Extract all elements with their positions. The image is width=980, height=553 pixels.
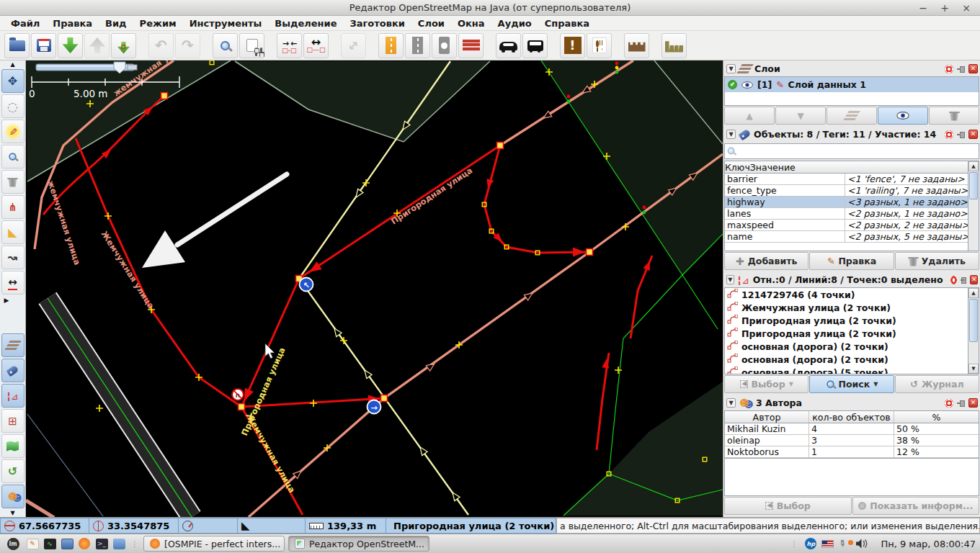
close-icon[interactable]: ✕ (968, 64, 978, 73)
help-icon[interactable] (945, 130, 953, 139)
preferences-button[interactable] (239, 33, 264, 58)
maximize-button[interactable]: + (940, 2, 950, 14)
keyboard-layout-flag-icon[interactable] (821, 540, 834, 548)
tag-search-input[interactable] (724, 143, 979, 159)
split-way-button[interactable] (303, 33, 329, 58)
selection-search-button[interactable]: Поиск▼ (809, 375, 894, 393)
undo-button[interactable] (148, 33, 174, 58)
selection-history-button[interactable]: Журнал (895, 375, 979, 393)
author-row[interactable]: oleinap338 % (725, 435, 979, 446)
menu-Правка[interactable]: Правка (46, 17, 99, 30)
tags-scrollbar[interactable]: ▲ (968, 161, 979, 251)
pen-icon[interactable]: ✎ (837, 537, 849, 549)
minimize-button[interactable]: − (918, 2, 928, 14)
scroll-down-icon[interactable]: ▼ (968, 364, 979, 374)
dlg-map-button[interactable] (1, 434, 24, 458)
eye-icon[interactable] (741, 81, 753, 89)
volume-icon[interactable] (856, 539, 868, 549)
layer-visibility-button[interactable] (878, 107, 928, 125)
collapse-icon[interactable]: ▼ (726, 398, 736, 408)
layer-merge-button[interactable] (827, 107, 877, 125)
no-uturn-sign[interactable]: ∩ (232, 389, 244, 400)
help-icon[interactable] (945, 65, 953, 73)
scroll-up-icon[interactable]: ▲ (968, 288, 979, 298)
restaurant-button[interactable] (587, 33, 612, 58)
column-header[interactable]: Автор (725, 411, 809, 423)
road-primary-button[interactable] (378, 33, 404, 58)
close-icon[interactable]: ✕ (968, 398, 978, 408)
selection-item[interactable]: Жемчужная улица (2 точки) (725, 301, 968, 314)
menu-Вид[interactable]: Вид (99, 17, 133, 30)
dlg-layers-button[interactable] (1, 333, 24, 357)
oneway-sign-right[interactable]: → (368, 400, 381, 414)
merge-nodes-button[interactable] (277, 33, 302, 58)
tag-row[interactable]: maxspeed<2 разных, 2 не заданы> (725, 220, 968, 231)
collapse-icon[interactable]: ▼ (726, 130, 736, 139)
save-button[interactable] (31, 33, 56, 58)
menu-Выделение[interactable]: Выделение (268, 17, 343, 30)
road-pedestrian-button[interactable] (432, 33, 457, 58)
pin-icon[interactable] (961, 276, 967, 284)
column-header[interactable]: Ключ (725, 161, 750, 173)
close-button[interactable]: × (961, 2, 971, 14)
tool-zoom-button[interactable] (1, 145, 24, 168)
tag-row[interactable]: highway<3 разных, 1 не задано> (725, 197, 968, 208)
menu-Окна[interactable]: Окна (451, 17, 491, 30)
taskbar-window[interactable]: Редактор OpenStreetM... (288, 536, 429, 552)
edit-tag-button[interactable]: ✎Правка (809, 252, 894, 270)
tool-select-button[interactable] (1, 69, 24, 93)
menu-Справка[interactable]: Справка (538, 17, 596, 30)
menu-Файл[interactable]: Файл (4, 17, 46, 30)
taskbar-window[interactable]: [OSMPIE - perfect inters... (143, 536, 285, 552)
tag-row[interactable]: barrier<1 'fence', 7 не заданы> (725, 174, 968, 185)
road-residential-button[interactable] (405, 33, 430, 58)
show-desktop-launcher[interactable] (59, 536, 75, 552)
hazard-button[interactable] (560, 33, 585, 58)
car-button[interactable] (496, 33, 521, 58)
upload-data-button[interactable] (84, 33, 110, 58)
add-tag-button[interactable]: ✚Добавить (724, 252, 808, 270)
dlg-selection-button[interactable] (1, 384, 24, 408)
wall-button[interactable] (458, 33, 484, 58)
selection-item[interactable]: основная (дорога) (2 точки) (725, 353, 968, 366)
selection-item[interactable]: основная (дорога) (5 точек) (725, 366, 968, 374)
minor-path[interactable] (27, 414, 103, 516)
selection-item[interactable]: основная (дорога) (2 точки) (725, 340, 968, 353)
dlg-authors-button[interactable] (1, 485, 24, 508)
delete-tag-button[interactable]: Удалить (895, 252, 979, 270)
system-monitor-launcher[interactable]: ∿ (42, 536, 58, 552)
tag-row[interactable]: name<2 разных, 5 не заданы> (725, 231, 968, 243)
column-header[interactable]: кол-во объектов (809, 411, 894, 423)
menu-Заготовки[interactable]: Заготовки (343, 17, 411, 30)
scroll-thumb[interactable] (969, 299, 978, 342)
download-object-button[interactable] (111, 33, 136, 58)
tools-expand[interactable]: ▶ (1, 295, 24, 305)
authors-info-button[interactable]: Показать информ... (852, 497, 980, 515)
scroll-up-icon[interactable]: ▲ (968, 161, 979, 171)
help-icon[interactable] (945, 399, 953, 408)
dlg-changeset-button[interactable] (1, 459, 24, 483)
selection-scrollbar[interactable]: ▲ ▼ (968, 288, 979, 374)
align-button[interactable] (341, 33, 366, 58)
author-row[interactable]: Mikhail Kuzin450 % (725, 423, 979, 435)
works-button[interactable] (662, 33, 687, 58)
column-header[interactable]: % (894, 411, 979, 423)
map-canvas[interactable]: ↖ → ∩ жемчужная улица жемчужная улица Же… (26, 60, 723, 517)
layer-delete-button[interactable] (929, 107, 979, 125)
layer-up-button[interactable]: ▲ (724, 107, 775, 125)
tools-scroll-up[interactable]: ▲ (2, 60, 24, 68)
tool-follow-button[interactable] (1, 246, 24, 269)
menu-Слои[interactable]: Слои (411, 17, 451, 30)
selection-item[interactable]: 1214729746 (4 точки) (725, 288, 968, 301)
author-row[interactable]: Noktoborus112 % (725, 446, 979, 458)
tool-lasso-button[interactable] (1, 94, 24, 118)
download-data-button[interactable] (58, 33, 83, 58)
firefox-launcher[interactable] (76, 536, 92, 552)
hp-icon[interactable]: hp (805, 538, 816, 549)
selection-select-button[interactable]: Выбор▼ (724, 375, 808, 393)
selection-item[interactable]: Пригородная улица (2 точки) (725, 314, 968, 327)
major-road[interactable] (48, 298, 192, 517)
pin-icon[interactable] (957, 130, 965, 138)
menu-Режим[interactable]: Режим (133, 17, 183, 30)
selection-item[interactable]: Пригородная улица (2 точки) (725, 327, 968, 340)
